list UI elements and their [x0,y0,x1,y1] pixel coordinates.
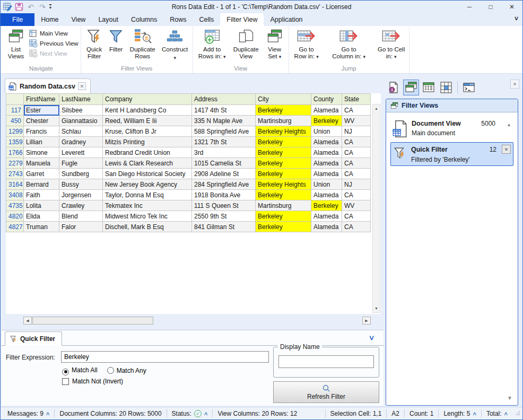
table-cell[interactable]: Faith [24,190,59,200]
undo-icon[interactable]: ↶ [26,2,36,12]
column-header[interactable]: Company [103,94,192,105]
table-cell[interactable]: Bernard [24,179,59,190]
table-cell[interactable]: CA [342,158,371,169]
scroll-right-icon[interactable]: ▶ [362,317,371,325]
status-messages[interactable]: Messages: 9˄ [3,409,55,418]
list-views-button[interactable]: List Views [4,27,28,60]
table-cell[interactable]: Berkeley [311,116,342,126]
row-number[interactable]: 3164 [6,179,24,190]
construct-button[interactable]: Construct ▾ [160,27,190,62]
row-number[interactable]: 117 [6,105,24,116]
table-cell[interactable]: CA [342,169,371,179]
table-cell[interactable]: Falor [59,222,103,232]
row-number[interactable]: 2743 [6,169,24,179]
table-cell[interactable]: WV [342,116,371,126]
table-cell[interactable]: Kent H Landsberg Co [103,105,192,116]
horizontal-scrollbar[interactable]: ◀ ▶ [23,317,371,325]
grid-layout-icon[interactable] [438,80,454,95]
panel-scroll-down-icon[interactable]: ▼ [507,395,512,401]
table-cell[interactable]: Kruse, Clifton B Jr [103,126,192,137]
duplicate-rows-button[interactable]: Duplicate Rows [127,27,159,60]
column-header[interactable]: Address [192,94,256,105]
table-cell[interactable]: Berkeley [256,169,311,179]
table-cell[interactable]: Alameda [311,169,342,179]
table-cell[interactable]: Tekmatex Inc [103,200,192,211]
table-cell[interactable]: Martinsburg [256,200,311,211]
quick-filter-tab[interactable]: Quick Filter [5,331,62,346]
row-number[interactable]: 1359 [6,137,24,147]
console-icon[interactable] [461,80,477,95]
table-cell[interactable]: CA [342,222,371,232]
table-cell[interactable]: Midwest Micro Tek Inc [103,211,192,222]
match-all-radio[interactable]: Match All [62,366,98,375]
filter-expression-input[interactable] [61,351,269,363]
table-cell[interactable]: 1417 4th St [192,105,256,116]
table-cell[interactable]: Berkeley [256,222,311,232]
table-cell[interactable]: 2550 9th St [192,211,256,222]
goto-cell-button[interactable]: Go to Cell in: ▾ [376,27,407,60]
table-cell[interactable]: Alameda [311,222,342,232]
table-cell[interactable]: Berkeley [256,211,311,222]
menu-file[interactable]: File [1,13,34,26]
maximize-button[interactable]: □ [480,1,501,13]
column-header[interactable]: LastName [59,94,103,105]
column-header[interactable]: State [342,94,371,105]
table-cell[interactable]: Ester [24,105,59,116]
table-cell[interactable]: Lewis & Clark Research [103,158,192,169]
scroll-left-icon[interactable]: ◀ [23,317,32,325]
row-number[interactable]: 3408 [6,190,24,200]
table-cell[interactable]: 111 S Queen St [192,200,256,211]
match-not-checkbox[interactable]: Match Not (Invert) [62,378,123,385]
display-name-input[interactable] [278,355,374,368]
table-cell[interactable]: Silsbee [59,105,103,116]
table-cell[interactable]: CA [342,211,371,222]
expand-icon[interactable]: ˄ [504,410,508,417]
row-number[interactable]: 450 [6,116,24,126]
table-cell[interactable]: Alameda [311,190,342,200]
table-cell[interactable]: Elida [24,211,59,222]
menu-view[interactable]: View [65,13,92,26]
menu-filter-view[interactable]: Filter View [220,13,264,26]
document-info-icon[interactable]: i [386,80,402,95]
table-cell[interactable]: CA [342,105,371,116]
view-item-close-icon[interactable]: ✕ [502,145,511,154]
table-cell[interactable]: Berkeley [256,147,311,158]
collapse-list-icon[interactable]: ▲ [507,122,511,127]
duplicate-view-button[interactable]: Duplicate View [230,27,262,60]
table-cell[interactable]: CA [342,137,371,147]
expand-icon[interactable]: ˄ [204,410,207,417]
table-cell[interactable]: 841 Gilman St [192,222,256,232]
column-header[interactable]: FirstName [24,94,59,105]
table-cell[interactable]: Francis [24,126,59,137]
table-cell[interactable]: 588 Springfield Ave [192,126,256,137]
table-cell[interactable]: Reed, William E Iii [103,116,192,126]
refresh-filter-button[interactable]: Refresh Filter [273,381,379,403]
column-header[interactable]: City [256,94,311,105]
scroll-up-icon[interactable]: ▲ [373,104,380,112]
menu-cells[interactable]: Cells [193,13,221,26]
table-cell[interactable]: Crawley [59,200,103,211]
ribbon-collapse-icon[interactable]: ˅ [515,15,518,22]
table-cell[interactable]: Alameda [311,211,342,222]
match-any-radio[interactable]: Match Any [107,367,146,374]
status-length[interactable]: Length: 5˄ [438,409,481,418]
grid-corner[interactable] [6,94,24,105]
qat-customize-icon[interactable]: ▾ [49,4,51,10]
table-cell[interactable]: Truman [24,222,59,232]
table-cell[interactable]: 2908 Adeline St [192,169,256,179]
table-cell[interactable]: Giannattasio [59,116,103,126]
table-cell[interactable]: 3rd [192,147,256,158]
scroll-down-icon[interactable]: ▼ [373,304,380,312]
save-icon[interactable] [14,2,24,12]
table-cell[interactable]: Berkeley [256,105,311,116]
table-cell[interactable]: 1321 7th St [192,137,256,147]
menu-layout[interactable]: Layout [92,13,125,26]
expand-icon[interactable]: ˄ [473,410,476,417]
table-cell[interactable]: 1015 Camelia St [192,158,256,169]
main-view-button[interactable]: Main View [29,29,79,38]
status-health[interactable]: Status: ✓ ˄ [167,409,213,418]
table-cell[interactable]: Alameda [311,158,342,169]
table-cell[interactable]: Berkeley Heights [256,126,311,137]
resize-grip[interactable] [515,410,520,417]
detail-list-icon[interactable] [421,80,437,95]
